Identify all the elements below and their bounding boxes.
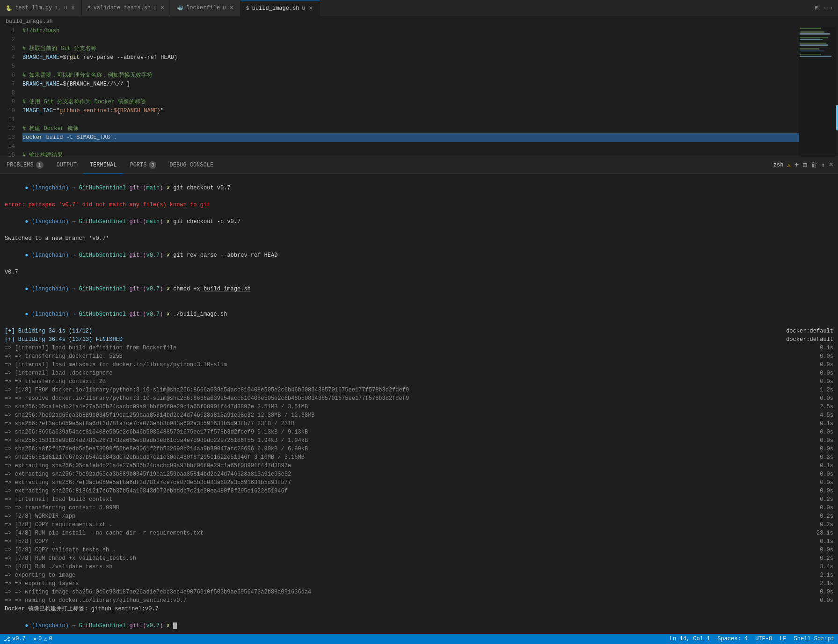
zsh-label: zsh bbox=[773, 162, 784, 168]
terminal-line: => [1/8] FROM docker.io/library/python:3… bbox=[5, 386, 833, 394]
panel-tab-ports[interactable]: PORTS 3 bbox=[123, 157, 163, 174]
code-line-4: BRANCH_NAME=$(git rev-parse --abbrev-ref… bbox=[22, 53, 799, 62]
status-line-ending[interactable]: LF bbox=[776, 634, 790, 644]
code-line-11 bbox=[22, 116, 799, 124]
terminal-line: => => writing image sha256:0c0c93d187ae2… bbox=[5, 588, 833, 596]
code-line-5 bbox=[22, 62, 799, 71]
terminal-line-exporting-image: => exporting to image 2.1s bbox=[5, 571, 833, 579]
editor-scrollbar[interactable] bbox=[836, 27, 838, 157]
panel-tab-problems-label: PROBLEMS bbox=[7, 162, 34, 168]
more-actions-icon[interactable]: ··· bbox=[823, 5, 833, 12]
terminal-line: => => resolve docker.io/library/python:3… bbox=[5, 394, 833, 403]
panel-area: PROBLEMS 1 OUTPUT TERMINAL PORTS 3 DEBUG… bbox=[0, 157, 838, 634]
terminal-line: => extracting sha256:05ca1eb4c21a4e27a58… bbox=[5, 462, 833, 470]
status-position[interactable]: Ln 14, Col 1 bbox=[666, 634, 714, 644]
editor-content: 12345678 910111213141516 #!/bin/bash # 获… bbox=[0, 27, 838, 157]
terminal-line: => [internal] load build definition from… bbox=[5, 344, 833, 352]
terminal-prompt-cursor[interactable]: ● (langchain) → GitHubSentinel git:(v0.7… bbox=[5, 613, 833, 634]
terminal-line: => sha256:05ca1eb4c21a4e27a585b24cacbc09… bbox=[5, 403, 833, 411]
terminal-line: => => transferring context: 5.99MB 0.0s bbox=[5, 504, 833, 512]
code-line-2 bbox=[22, 36, 799, 44]
code-line-7: BRANCH_NAME=${BRANCH_NAME//\//-} bbox=[22, 80, 799, 89]
tab-bar: 🐍 test_llm.py 1, U × $ validate_tests.sh… bbox=[0, 0, 838, 16]
tab-close-icon[interactable]: × bbox=[308, 5, 313, 12]
position-label: Ln 14, Col 1 bbox=[670, 636, 710, 642]
tab-dockerfile[interactable]: 🐳 Dockerfile U × bbox=[171, 0, 240, 16]
terminal-line: ● (langchain) → GitHubSentinel git:(main… bbox=[5, 209, 833, 234]
code-line-12: # 构建 Docker 镜像 bbox=[22, 124, 799, 133]
terminal-line: [+] Building 36.4s (13/13) FINISHED dock… bbox=[5, 335, 833, 344]
terminal-line: Switched to a new branch 'v0.7' bbox=[5, 234, 833, 243]
shell-icon: $ bbox=[87, 5, 91, 11]
git-branch-label: v0.7 bbox=[12, 636, 26, 642]
warning-icon: ⚠ bbox=[787, 162, 790, 169]
ports-badge: 3 bbox=[149, 161, 156, 169]
split-terminal-icon[interactable]: ⊟ bbox=[802, 160, 807, 170]
split-editor-icon[interactable]: ⊞ bbox=[815, 4, 819, 12]
status-errors[interactable]: ✕ 0 ⚠ 0 bbox=[29, 634, 56, 644]
tab-close-icon[interactable]: × bbox=[160, 4, 165, 12]
editor-area: build_image.sh 12345678 910111213141516 … bbox=[0, 16, 838, 157]
trash-icon[interactable]: 🗑 bbox=[811, 161, 817, 169]
status-encoding[interactable]: UTF-8 bbox=[751, 634, 776, 644]
terminal-line: => [6/8] COPY validate_tests.sh . 0.0s bbox=[5, 546, 833, 554]
terminal-line: => [8/8] RUN ./validate_tests.sh 3.4s bbox=[5, 563, 833, 571]
docker-icon: 🐳 bbox=[177, 5, 183, 11]
tab-label: validate_tests.sh bbox=[94, 5, 151, 11]
terminal-line: => sha256:81861217e67b37b54a16843d072ebb… bbox=[5, 453, 833, 462]
terminal-line: => sha256:153118e9b824d2780a2673732a685e… bbox=[5, 436, 833, 445]
terminal-line: => [internal] load metadata for docker.i… bbox=[5, 361, 833, 369]
terminal-line: => [internal] load .dockerignore 0.0s bbox=[5, 369, 833, 377]
code-line-8 bbox=[22, 89, 799, 98]
language-label: Shell Script bbox=[794, 636, 834, 642]
code-line-1: #!/bin/bash bbox=[22, 27, 799, 36]
status-language[interactable]: Shell Script bbox=[790, 634, 838, 644]
terminal-line: v0.7 bbox=[5, 268, 833, 276]
code-content[interactable]: #!/bin/bash # 获取当前的 Git 分支名称 BRANCH_NAME… bbox=[19, 27, 799, 157]
tab-test-llm[interactable]: 🐍 test_llm.py 1, U × bbox=[0, 0, 82, 16]
tab-build-image[interactable]: $ build_image.sh U × bbox=[240, 0, 320, 16]
status-bar: ⎇ v0.7 ✕ 0 ⚠ 0 Ln 14, Col 1 Spaces: 4 UT… bbox=[0, 634, 838, 644]
terminal-line: => [5/8] COPY . . 0.1s bbox=[5, 537, 833, 546]
warning-icon: ⚠ bbox=[44, 636, 47, 643]
panel-tab-output[interactable]: OUTPUT bbox=[50, 157, 83, 174]
panel-tab-debug-label: DEBUG CONSOLE bbox=[169, 162, 213, 168]
code-line-3: # 获取当前的 Git 分支名称 bbox=[22, 44, 799, 53]
terminal-line: => sha256:7be92ad65ca3b889b0345f19ea1259… bbox=[5, 411, 833, 420]
terminal-content[interactable]: ● (langchain) → GitHubSentinel git:(main… bbox=[0, 174, 838, 634]
panel-tab-terminal-label: TERMINAL bbox=[90, 162, 117, 168]
code-line-15: # 输出构建结果 bbox=[22, 151, 799, 157]
terminal-line: Docker 镜像已构建并打上标签: github_sentinel:v0.7 bbox=[5, 605, 833, 613]
terminal-line: [+] Building 34.1s (11/12) docker:defaul… bbox=[5, 327, 833, 335]
code-line-10: IMAGE_TAG="github_sentinel:${BRANCH_NAME… bbox=[22, 107, 799, 116]
maximize-icon[interactable]: ⬆ bbox=[821, 161, 825, 169]
terminal-line: => extracting sha256:81861217e67b37b54a1… bbox=[5, 487, 833, 495]
terminal-line: => [3/8] COPY requirements.txt . 0.2s bbox=[5, 521, 833, 529]
line-ending-label: LF bbox=[780, 636, 786, 642]
status-spaces[interactable]: Spaces: 4 bbox=[714, 634, 751, 644]
tab-close-icon[interactable]: × bbox=[70, 4, 76, 12]
close-panel-icon[interactable]: × bbox=[829, 161, 833, 169]
tab-validate-tests[interactable]: $ validate_tests.sh U × bbox=[82, 0, 171, 16]
panel-tab-terminal[interactable]: TERMINAL bbox=[83, 157, 124, 174]
tab-badge: 1, U bbox=[55, 5, 67, 11]
panel-tab-problems[interactable]: PROBLEMS 1 bbox=[0, 157, 50, 174]
terminal-line: => [4/8] RUN pip install --no-cache-dir … bbox=[5, 529, 833, 537]
terminal-line: => [2/8] WORKDIR /app 0.2s bbox=[5, 512, 833, 521]
code-line-13: docker build -t $IMAGE_TAG . bbox=[22, 133, 799, 142]
terminal-line: error: pathspec 'v0.7' did not match any… bbox=[5, 201, 833, 209]
editor-filename: build_image.sh bbox=[6, 18, 53, 25]
tab-close-icon[interactable]: × bbox=[229, 4, 234, 12]
python-icon: 🐍 bbox=[6, 5, 12, 11]
tab-actions: ⊞ ··· bbox=[810, 4, 838, 12]
warning-count: 0 bbox=[49, 636, 52, 642]
status-git-branch[interactable]: ⎇ v0.7 bbox=[0, 634, 29, 644]
terminal-line: ● (langchain) → GitHubSentinel git:(v0.7… bbox=[5, 276, 833, 302]
tab-badge: U bbox=[153, 5, 157, 11]
panel-tab-debug-console[interactable]: DEBUG CONSOLE bbox=[163, 157, 220, 174]
panel-tab-output-label: OUTPUT bbox=[57, 162, 77, 168]
tab-badge: U bbox=[223, 5, 226, 11]
add-terminal-icon[interactable]: + bbox=[794, 161, 799, 169]
terminal-line: => [7/8] RUN chmod +x validate_tests.sh … bbox=[5, 554, 833, 563]
tab-label: build_image.sh bbox=[252, 5, 299, 12]
